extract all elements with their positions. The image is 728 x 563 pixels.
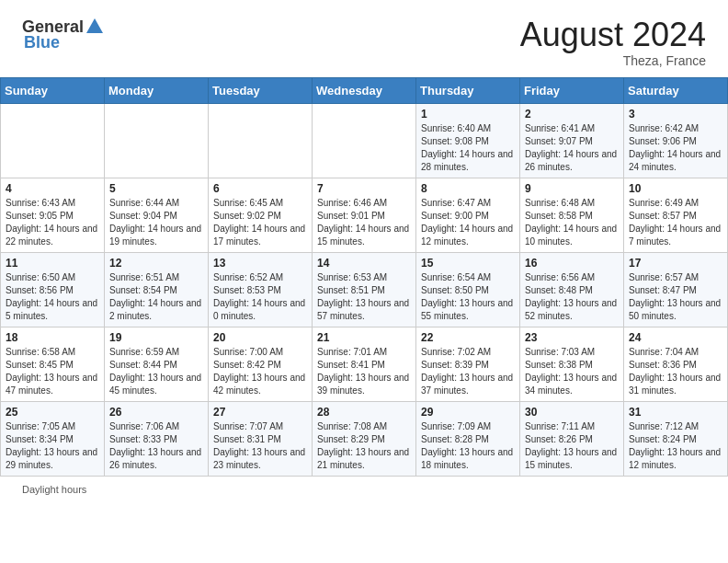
day-number: 17: [629, 257, 722, 270]
day-info: Sunrise: 7:11 AM Sunset: 8:26 PM Dayligh…: [525, 420, 619, 472]
calendar-cell: 8Sunrise: 6:47 AM Sunset: 9:00 PM Daylig…: [416, 178, 520, 252]
calendar-day-header-friday: Friday: [520, 77, 624, 103]
calendar-cell: 16Sunrise: 6:56 AM Sunset: 8:48 PM Dayli…: [520, 252, 624, 327]
calendar-week-row: 11Sunrise: 6:50 AM Sunset: 8:56 PM Dayli…: [1, 252, 728, 327]
day-info: Sunrise: 6:54 AM Sunset: 8:50 PM Dayligh…: [421, 271, 515, 323]
calendar-cell: 12Sunrise: 6:51 AM Sunset: 8:54 PM Dayli…: [105, 252, 209, 327]
calendar-cell: 14Sunrise: 6:53 AM Sunset: 8:51 PM Dayli…: [313, 252, 416, 327]
calendar-cell: 7Sunrise: 6:46 AM Sunset: 9:01 PM Daylig…: [313, 178, 416, 252]
day-number: 6: [213, 182, 307, 195]
day-number: 24: [629, 331, 722, 344]
day-info: Sunrise: 6:47 AM Sunset: 9:00 PM Dayligh…: [421, 197, 515, 248]
day-number: 25: [6, 406, 99, 419]
day-number: 9: [525, 182, 619, 195]
calendar-cell: 15Sunrise: 6:54 AM Sunset: 8:50 PM Dayli…: [416, 252, 520, 327]
calendar-cell: 4Sunrise: 6:43 AM Sunset: 9:05 PM Daylig…: [1, 178, 105, 252]
day-number: 16: [525, 257, 619, 270]
day-number: 3: [629, 108, 722, 121]
day-info: Sunrise: 7:02 AM Sunset: 8:39 PM Dayligh…: [421, 346, 515, 397]
day-number: 26: [109, 406, 203, 419]
calendar-cell: 24Sunrise: 7:04 AM Sunset: 8:36 PM Dayli…: [624, 327, 728, 401]
calendar-cell: 23Sunrise: 7:03 AM Sunset: 8:38 PM Dayli…: [520, 327, 624, 401]
day-info: Sunrise: 6:59 AM Sunset: 8:44 PM Dayligh…: [109, 346, 203, 397]
day-info: Sunrise: 7:09 AM Sunset: 8:28 PM Dayligh…: [421, 420, 515, 472]
day-info: Sunrise: 6:51 AM Sunset: 8:54 PM Dayligh…: [109, 271, 203, 323]
day-info: Sunrise: 7:04 AM Sunset: 8:36 PM Dayligh…: [629, 346, 722, 397]
day-number: 23: [525, 331, 619, 344]
month-year-title: August 2024: [520, 17, 706, 53]
location-subtitle: Theza, France: [520, 53, 706, 68]
calendar-cell: 9Sunrise: 6:48 AM Sunset: 8:58 PM Daylig…: [520, 178, 624, 252]
calendar-cell: [313, 103, 416, 178]
day-info: Sunrise: 6:40 AM Sunset: 9:08 PM Dayligh…: [421, 122, 515, 174]
day-number: 10: [629, 182, 722, 195]
day-number: 4: [6, 182, 99, 195]
day-number: 30: [525, 406, 619, 419]
day-info: Sunrise: 7:07 AM Sunset: 8:31 PM Dayligh…: [213, 420, 307, 472]
day-number: 19: [109, 331, 203, 344]
calendar-day-header-monday: Monday: [105, 77, 209, 103]
day-info: Sunrise: 7:01 AM Sunset: 8:41 PM Dayligh…: [317, 346, 411, 397]
day-info: Sunrise: 6:56 AM Sunset: 8:48 PM Dayligh…: [525, 271, 619, 323]
calendar-cell: 29Sunrise: 7:09 AM Sunset: 8:28 PM Dayli…: [416, 401, 520, 476]
calendar-cell: 26Sunrise: 7:06 AM Sunset: 8:33 PM Dayli…: [105, 401, 209, 476]
calendar-cell: 30Sunrise: 7:11 AM Sunset: 8:26 PM Dayli…: [520, 401, 624, 476]
day-number: 2: [525, 108, 619, 121]
day-info: Sunrise: 6:58 AM Sunset: 8:45 PM Dayligh…: [6, 346, 99, 397]
day-number: 14: [317, 257, 411, 270]
calendar-cell: [209, 103, 313, 178]
day-number: 27: [213, 406, 307, 419]
calendar-week-row: 1Sunrise: 6:40 AM Sunset: 9:08 PM Daylig…: [1, 103, 728, 178]
day-number: 13: [213, 257, 307, 270]
day-info: Sunrise: 6:50 AM Sunset: 8:56 PM Dayligh…: [6, 271, 99, 323]
page-header: General Blue August 2024 Theza, France: [0, 0, 728, 77]
day-info: Sunrise: 6:49 AM Sunset: 8:57 PM Dayligh…: [629, 197, 722, 248]
calendar-cell: 5Sunrise: 6:44 AM Sunset: 9:04 PM Daylig…: [105, 178, 209, 252]
calendar-cell: 1Sunrise: 6:40 AM Sunset: 9:08 PM Daylig…: [416, 103, 520, 178]
day-info: Sunrise: 6:43 AM Sunset: 9:05 PM Dayligh…: [6, 197, 99, 248]
calendar-day-header-saturday: Saturday: [624, 77, 728, 103]
svg-marker-0: [86, 18, 103, 33]
day-info: Sunrise: 7:08 AM Sunset: 8:29 PM Dayligh…: [317, 420, 411, 472]
calendar-cell: [1, 103, 105, 178]
day-number: 15: [421, 257, 515, 270]
day-info: Sunrise: 6:52 AM Sunset: 8:53 PM Dayligh…: [213, 271, 307, 323]
calendar-cell: 20Sunrise: 7:00 AM Sunset: 8:42 PM Dayli…: [209, 327, 313, 401]
day-info: Sunrise: 6:57 AM Sunset: 8:47 PM Dayligh…: [629, 271, 722, 323]
day-info: Sunrise: 6:53 AM Sunset: 8:51 PM Dayligh…: [317, 271, 411, 323]
calendar-header-row: SundayMondayTuesdayWednesdayThursdayFrid…: [1, 77, 728, 103]
calendar-cell: 2Sunrise: 6:41 AM Sunset: 9:07 PM Daylig…: [520, 103, 624, 178]
day-number: 1: [421, 108, 515, 121]
calendar-cell: 13Sunrise: 6:52 AM Sunset: 8:53 PM Dayli…: [209, 252, 313, 327]
calendar-cell: 27Sunrise: 7:07 AM Sunset: 8:31 PM Dayli…: [209, 401, 313, 476]
calendar-cell: 19Sunrise: 6:59 AM Sunset: 8:44 PM Dayli…: [105, 327, 209, 401]
day-number: 21: [317, 331, 411, 344]
logo-blue-text: Blue: [24, 33, 60, 52]
calendar-week-row: 25Sunrise: 7:05 AM Sunset: 8:34 PM Dayli…: [1, 401, 728, 476]
day-info: Sunrise: 6:41 AM Sunset: 9:07 PM Dayligh…: [525, 122, 619, 174]
day-info: Sunrise: 7:03 AM Sunset: 8:38 PM Dayligh…: [525, 346, 619, 397]
day-number: 28: [317, 406, 411, 419]
day-number: 7: [317, 182, 411, 195]
day-info: Sunrise: 7:06 AM Sunset: 8:33 PM Dayligh…: [109, 420, 203, 472]
day-number: 31: [629, 406, 722, 419]
day-number: 29: [421, 406, 515, 419]
calendar-cell: 25Sunrise: 7:05 AM Sunset: 8:34 PM Dayli…: [1, 401, 105, 476]
calendar-cell: 18Sunrise: 6:58 AM Sunset: 8:45 PM Dayli…: [1, 327, 105, 401]
day-number: 12: [109, 257, 203, 270]
calendar-cell: 10Sunrise: 6:49 AM Sunset: 8:57 PM Dayli…: [624, 178, 728, 252]
calendar-cell: 28Sunrise: 7:08 AM Sunset: 8:29 PM Dayli…: [313, 401, 416, 476]
day-number: 5: [109, 182, 203, 195]
calendar-day-header-thursday: Thursday: [416, 77, 520, 103]
day-number: 22: [421, 331, 515, 344]
calendar-week-row: 18Sunrise: 6:58 AM Sunset: 8:45 PM Dayli…: [1, 327, 728, 401]
day-number: 8: [421, 182, 515, 195]
calendar-cell: 17Sunrise: 6:57 AM Sunset: 8:47 PM Dayli…: [624, 252, 728, 327]
calendar-cell: 21Sunrise: 7:01 AM Sunset: 8:41 PM Dayli…: [313, 327, 416, 401]
title-block: August 2024 Theza, France: [520, 17, 706, 68]
day-number: 20: [213, 331, 307, 344]
calendar-cell: 6Sunrise: 6:45 AM Sunset: 9:02 PM Daylig…: [209, 178, 313, 252]
day-info: Sunrise: 6:46 AM Sunset: 9:01 PM Dayligh…: [317, 197, 411, 248]
daylight-hours-label: Daylight hours: [22, 484, 86, 495]
calendar-cell: [105, 103, 209, 178]
